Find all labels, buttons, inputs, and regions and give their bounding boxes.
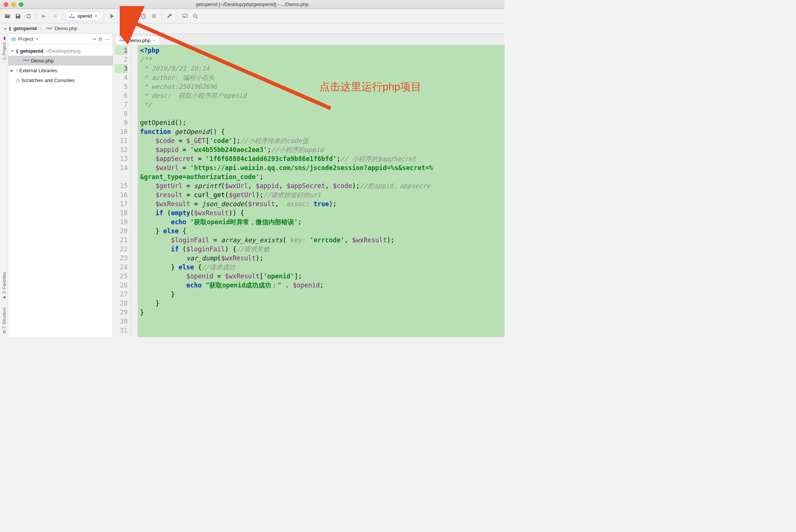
tab-demo[interactable]: PHP Demo.php × [115,36,160,45]
svg-rect-3 [152,14,156,18]
minimize-button[interactable] [11,2,16,7]
fold-gutter [131,45,138,337]
stop-button[interactable] [149,12,159,21]
gear-icon[interactable]: ✿ [98,36,102,42]
run-config-selector[interactable]: ▸PHP openid ▼ [66,11,101,21]
coverage-icon[interactable] [128,12,137,21]
search-icon[interactable] [191,12,200,21]
close-icon[interactable]: × [152,38,156,43]
open-icon[interactable] [3,12,12,21]
tree-file-demo[interactable]: PHP Demo.php [8,56,113,65]
breadcrumb: ▸ ▮ getopenid 〉 PHP Demo.php [0,23,505,34]
profile-icon[interactable] [139,12,148,21]
hide-icon[interactable]: — [105,36,110,42]
traffic-lights [0,2,23,7]
main-area: 1: Project ▮ ★ 2: Favorites ⧉ 7: Structu… [0,34,505,337]
titlebar: getopenid [~/Desktop/php/getopenid] - ..… [0,0,505,9]
main-toolbar: ▸PHP openid ▼ [0,9,505,23]
tree-scratches[interactable]: ◷ Scratches and Consoles [8,75,113,85]
project-panel: ▤ Project ▼ ⇥ ✿ — ▼ ▮ getopenid ~/Deskto… [8,34,113,337]
project-panel-title[interactable]: Project [18,36,33,42]
svg-point-0 [121,15,124,18]
forward-icon[interactable] [50,12,59,21]
save-icon[interactable] [14,12,23,21]
back-icon[interactable] [40,12,49,21]
maximize-button[interactable] [19,2,23,7]
tree-external-libs[interactable]: ▶ ⦀ External Libraries [8,65,113,75]
debug-button[interactable] [118,12,127,21]
tab-label: Demo.php [128,38,150,43]
left-tool-strip: 1: Project ▮ ★ 2: Favorites ⧉ 7: Structu… [0,34,8,337]
svg-rect-1 [133,16,135,18]
run-button[interactable] [107,12,116,21]
close-button[interactable] [4,2,8,7]
ide-window: getopenid [~/Desktop/php/getopenid] - ..… [0,0,505,337]
tab-bar: PHP Demo.php × [113,34,505,45]
folder-icon: ▸ ▮ [5,26,11,31]
project-tree[interactable]: ▼ ▮ getopenid ~/Desktop/php/g PHP Demo.p… [8,44,113,87]
svg-rect-4 [183,14,187,17]
project-tool-button[interactable]: 1: Project ▮ [2,36,6,60]
breadcrumb-root[interactable]: getopenid [14,26,37,31]
run-config-label: openid [77,13,92,19]
collapse-icon[interactable]: ⇥ [92,36,96,42]
line-gutter: 1234567891011121314151617181920212223242… [113,45,131,337]
svg-point-5 [194,14,197,17]
wrench-icon[interactable] [165,12,174,21]
code-editor[interactable]: 1234567891011121314151617181920212223242… [113,45,505,337]
structure-tool-button[interactable]: ⧉ 7: Structure [2,307,6,333]
tree-root[interactable]: ▼ ▮ getopenid ~/Desktop/php/g [8,46,113,56]
code-content[interactable]: <?php/** * 2019/9/21 20:14 * author: 编程小… [138,45,505,337]
breadcrumb-file[interactable]: Demo.php [55,26,77,31]
favorites-tool-button[interactable]: ★ 2: Favorites [2,272,6,300]
project-panel-header: ▤ Project ▼ ⇥ ✿ — [8,34,113,44]
editor-area: PHP Demo.php × 1234567891011121314151617… [113,34,505,337]
avd-icon[interactable] [180,12,189,21]
window-title: getopenid [~/Desktop/php/getopenid] - ..… [196,2,309,7]
sync-icon[interactable] [24,12,33,21]
